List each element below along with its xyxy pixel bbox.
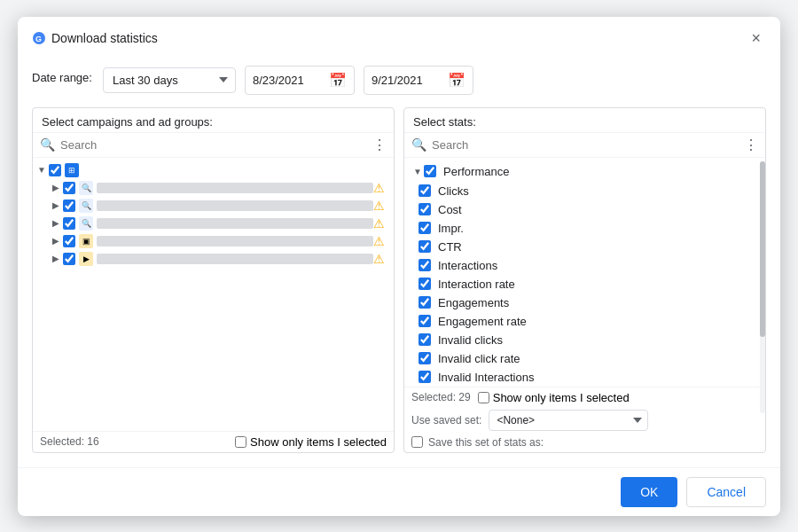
start-date-input[interactable]: 📅 [245,66,355,95]
saved-set-row: Use saved set: <None> [411,410,648,431]
stat-invalid-click-rate-label: Invalid click rate [438,352,520,365]
stats-selected-count: Selected: 29 [411,391,471,403]
root-checkbox[interactable] [49,164,61,176]
dialog-header: G Download statistics × [18,17,780,57]
item1-warning-icon: ⚠ [373,181,390,195]
start-calendar-icon[interactable]: 📅 [329,72,347,89]
stats-bottom-bar: Selected: 29 Show only items I selected … [404,387,765,452]
campaigns-search-input[interactable] [60,138,367,152]
list-item[interactable]: ▶ 🔍 ⚠ [33,179,394,197]
item3-warning-icon: ⚠ [373,216,390,231]
item3-icon: 🔍 [79,216,93,231]
performance-group-checkbox[interactable] [424,165,436,177]
stats-more-icon[interactable]: ⋮ [744,137,758,153]
stats-show-selected-label[interactable]: Show only items I selected [478,391,630,404]
stat-engagement-rate-checkbox[interactable] [419,315,431,327]
performance-group-item[interactable]: ▼ Performance [404,161,758,182]
item2-label [97,200,373,211]
campaigns-panel-title: Select campaigns and ad groups: [42,115,213,129]
item4-checkbox[interactable] [63,235,75,247]
item2-checkbox[interactable] [63,200,75,212]
svg-text:G: G [35,35,42,43]
stat-interaction-rate[interactable]: Interaction rate [404,275,758,293]
cancel-button[interactable]: Cancel [686,477,766,507]
campaigns-show-selected-checkbox[interactable] [235,436,246,448]
end-date-input[interactable]: 📅 [364,66,473,95]
performance-expand-icon[interactable]: ▼ [411,167,424,176]
stats-scrollbar-thumb[interactable] [760,161,765,338]
stat-invalid-interactions-label: Invalid Interactions [438,371,534,384]
stats-search-input[interactable] [432,138,739,152]
stat-engagements[interactable]: Engagements [404,293,758,312]
campaigns-show-selected-label[interactable]: Show only items I selected [235,435,387,449]
stat-impr-label: Impr. [438,222,464,235]
item2-expand-arrow[interactable]: ▶ [49,200,63,210]
campaigns-bottom-bar: Selected: 16 Show only items I selected [33,431,394,452]
stat-invalid-click-rate[interactable]: Invalid click rate [404,349,758,368]
download-statistics-dialog: G Download statistics × Date range: Last… [18,17,780,516]
campaigns-root-item[interactable]: ▼ ⊞ [33,161,394,179]
ok-button[interactable]: OK [621,477,677,507]
list-item[interactable]: ▶ 🔍 ⚠ [33,197,394,215]
dialog-footer: OK Cancel [18,467,780,516]
start-date-field[interactable] [253,74,324,87]
performance-group-label: Performance [443,165,509,178]
item3-expand-arrow[interactable]: ▶ [49,218,63,228]
stats-panel-title: Select stats: [413,115,476,129]
stat-invalid-interactions[interactable]: Invalid Interactions [404,368,758,387]
search-icon: 🔍 [40,137,55,152]
stat-cost[interactable]: Cost [404,200,758,219]
save-stats-row: Save this set of stats as: [411,436,544,449]
stat-invalid-click-rate-checkbox[interactable] [419,352,431,364]
item5-checkbox[interactable] [63,253,75,265]
dialog-title: G Download statistics [32,31,158,45]
item3-checkbox[interactable] [63,217,75,230]
stat-interactions-checkbox[interactable] [419,259,431,271]
stat-clicks-label: Clicks [438,184,469,198]
item5-icon: ▶ [79,252,93,266]
stats-show-selected-checkbox[interactable] [478,392,489,403]
saved-set-select[interactable]: <None> [489,410,648,431]
stats-scrollbar-track [760,161,765,413]
stat-impr[interactable]: Impr. [404,219,758,238]
item1-label [97,183,373,193]
stats-search-bar: 🔍 ⋮ [404,133,765,158]
campaigns-show-selected-text: Show only items I selected [250,435,387,449]
stat-invalid-clicks-checkbox[interactable] [419,333,431,346]
stat-clicks[interactable]: Clicks [404,182,758,200]
stats-panel-content[interactable]: ▼ Performance Clicks Cost [404,158,765,387]
item5-expand-arrow[interactable]: ▶ [49,254,63,263]
stat-impr-checkbox[interactable] [419,222,431,234]
stat-engagement-rate-label: Engagement rate [438,315,527,328]
stat-cost-checkbox[interactable] [419,203,431,215]
root-expand-arrow[interactable]: ▼ [35,165,49,175]
stat-interactions[interactable]: Interactions [404,256,758,275]
stat-clicks-checkbox[interactable] [419,184,431,197]
item1-checkbox[interactable] [63,182,75,194]
item1-expand-arrow[interactable]: ▶ [49,183,63,192]
stat-invalid-interactions-checkbox[interactable] [419,371,431,383]
date-range-select[interactable]: Last 30 days [103,67,236,93]
stat-engagement-rate[interactable]: Engagement rate [404,312,758,331]
save-stats-label: Save this set of stats as: [428,436,544,449]
campaigns-more-icon[interactable]: ⋮ [372,137,387,153]
save-stats-checkbox[interactable] [411,436,423,448]
stat-ctr[interactable]: CTR [404,238,758,256]
stat-interaction-rate-checkbox[interactable] [419,278,431,290]
campaigns-selected-count: Selected: 16 [40,435,99,448]
end-calendar-icon[interactable]: 📅 [448,72,466,89]
stat-engagements-checkbox[interactable] [419,296,431,309]
dialog-title-text: Download statistics [51,31,158,45]
date-range-controls: Last 30 days 📅 📅 [103,66,473,95]
campaigns-panel: Select campaigns and ad groups: 🔍 ⋮ ▼ ⊞ [32,107,395,453]
close-button[interactable]: × [746,27,766,50]
stats-show-selected-text: Show only items I selected [493,391,630,404]
list-item[interactable]: ▶ ▶ ⚠ [33,250,394,268]
stat-invalid-clicks[interactable]: Invalid clicks [404,331,758,349]
item4-expand-arrow[interactable]: ▶ [49,236,63,246]
list-item[interactable]: ▶ ▣ ⚠ [33,232,394,250]
campaigns-panel-content: ▼ ⊞ ▶ 🔍 ⚠ ▶ 🔍 [33,158,394,431]
end-date-field[interactable] [372,74,442,87]
stat-ctr-checkbox[interactable] [419,240,431,253]
list-item[interactable]: ▶ 🔍 ⚠ [33,215,394,232]
